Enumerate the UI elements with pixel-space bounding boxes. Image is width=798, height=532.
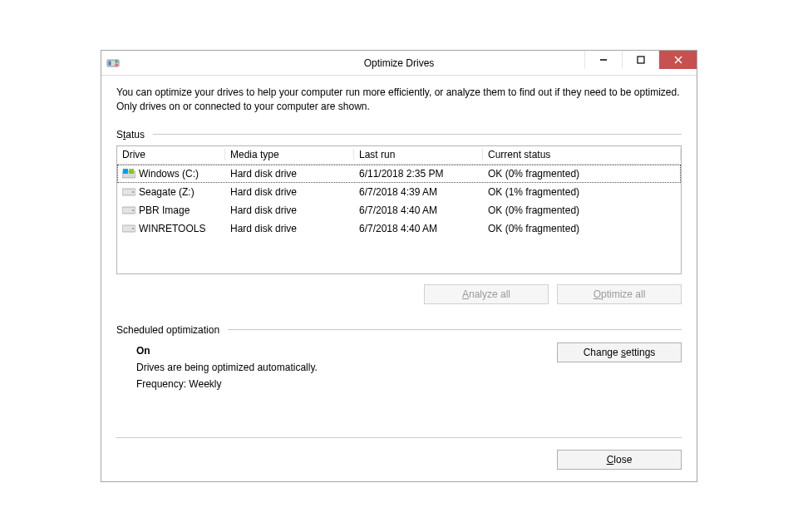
svg-rect-9	[123, 169, 128, 174]
col-header-lastrun[interactable]: Last run	[354, 149, 483, 160]
close-window-button[interactable]	[659, 51, 697, 69]
drive-name: Windows (C:)	[139, 168, 199, 180]
drive-name: WINRETOOLS	[139, 223, 205, 234]
schedule-desc: Drives are being optimized automatically…	[136, 359, 557, 376]
drive-icon	[122, 205, 135, 215]
analyze-all-button[interactable]: Analyze all	[424, 284, 549, 304]
drive-lastrun: 6/7/2018 4:40 AM	[354, 204, 483, 216]
drive-icon	[122, 187, 135, 197]
drive-row[interactable]: Windows (C:)Hard disk drive6/11/2018 2:3…	[117, 165, 681, 183]
drive-icon	[122, 224, 135, 234]
drive-media: Hard disk drive	[225, 223, 354, 234]
svg-rect-10	[129, 169, 134, 174]
drive-status: OK (1% fragmented)	[483, 186, 681, 198]
drive-status: OK (0% fragmented)	[483, 168, 681, 180]
drive-row[interactable]: PBR ImageHard disk drive6/7/2018 4:40 AM…	[117, 201, 681, 219]
optimize-drives-window: Optimize Drives You can optimize your dr…	[101, 50, 697, 482]
drive-row[interactable]: Seagate (Z:)Hard disk drive6/7/2018 4:39…	[117, 183, 681, 201]
svg-rect-5	[638, 57, 644, 63]
svg-point-14	[132, 209, 134, 211]
drives-listview[interactable]: Drive Media type Last run Current status…	[116, 145, 682, 274]
schedule-state: On	[136, 342, 557, 359]
optimize-all-button[interactable]: Optimize all	[557, 284, 682, 304]
svg-point-2	[115, 60, 118, 63]
maximize-button[interactable]	[622, 51, 659, 69]
drive-name: PBR Image	[139, 204, 190, 216]
drive-row[interactable]: WINRETOOLSHard disk drive6/7/2018 4:40 A…	[117, 219, 681, 238]
svg-point-3	[115, 63, 118, 66]
col-header-media[interactable]: Media type	[225, 149, 354, 160]
svg-point-16	[132, 228, 134, 229]
schedule-frequency: Frequency: Weekly	[136, 376, 557, 392]
drive-media: Hard disk drive	[225, 186, 354, 198]
status-section-label: Status	[116, 129, 682, 140]
svg-point-12	[132, 191, 134, 193]
listview-header[interactable]: Drive Media type Last run Current status	[117, 146, 681, 165]
drive-icon	[122, 169, 135, 179]
drive-media: Hard disk drive	[225, 168, 354, 180]
drive-media: Hard disk drive	[225, 204, 354, 216]
svg-rect-1	[109, 61, 111, 65]
col-header-status[interactable]: Current status	[483, 149, 681, 160]
change-settings-button[interactable]: Change settings	[557, 342, 682, 362]
scheduled-section-label: Scheduled optimization	[116, 324, 682, 336]
app-icon	[106, 57, 120, 70]
drive-lastrun: 6/7/2018 4:40 AM	[354, 223, 483, 234]
drive-lastrun: 6/11/2018 2:35 PM	[354, 168, 483, 180]
close-button[interactable]: Close	[557, 450, 682, 470]
titlebar[interactable]: Optimize Drives	[101, 51, 697, 76]
minimize-button[interactable]	[584, 51, 622, 69]
drive-status: OK (0% fragmented)	[483, 223, 681, 234]
intro-text: You can optimize your drives to help you…	[116, 86, 682, 114]
drive-status: OK (0% fragmented)	[483, 204, 681, 216]
col-header-drive[interactable]: Drive	[117, 149, 225, 160]
drive-lastrun: 6/7/2018 4:39 AM	[354, 186, 483, 198]
drive-name: Seagate (Z:)	[139, 186, 195, 198]
